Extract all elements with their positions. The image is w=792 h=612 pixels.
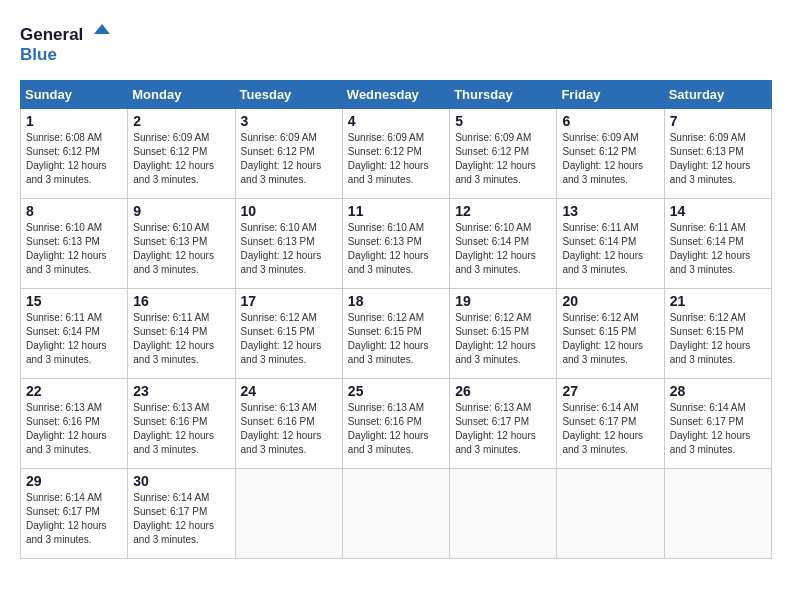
weekday-header-sunday: Sunday <box>21 81 128 109</box>
logo-svg: General Blue <box>20 20 110 70</box>
calendar-cell: 4 Sunrise: 6:09 AM Sunset: 6:12 PM Dayli… <box>342 109 449 199</box>
sunrise-label: Sunrise: 6:10 AM <box>348 222 424 233</box>
daylight-label: Daylight: 12 hours <box>455 430 536 441</box>
calendar-cell: 20 Sunrise: 6:12 AM Sunset: 6:15 PM Dayl… <box>557 289 664 379</box>
sunset-label: Sunset: 6:15 PM <box>455 326 529 337</box>
daylight-label: Daylight: 12 hours <box>133 160 214 171</box>
calendar-cell: 25 Sunrise: 6:13 AM Sunset: 6:16 PM Dayl… <box>342 379 449 469</box>
sunset-label: Sunset: 6:14 PM <box>455 236 529 247</box>
day-number: 8 <box>26 203 122 219</box>
daylight-label: Daylight: 12 hours <box>26 250 107 261</box>
day-number: 1 <box>26 113 122 129</box>
sunrise-label: Sunrise: 6:11 AM <box>670 222 746 233</box>
sunrise-label: Sunrise: 6:09 AM <box>348 132 424 143</box>
day-number: 16 <box>133 293 229 309</box>
sunset-label: Sunset: 6:13 PM <box>133 236 207 247</box>
daylight-label: Daylight: 12 hours <box>670 430 751 441</box>
day-number: 22 <box>26 383 122 399</box>
daylight-cont: and 3 minutes. <box>670 444 736 455</box>
day-info: Sunrise: 6:09 AM Sunset: 6:13 PM Dayligh… <box>670 131 766 187</box>
calendar-table: SundayMondayTuesdayWednesdayThursdayFrid… <box>20 80 772 559</box>
sunset-label: Sunset: 6:12 PM <box>562 146 636 157</box>
sunrise-label: Sunrise: 6:12 AM <box>562 312 638 323</box>
sunrise-label: Sunrise: 6:11 AM <box>562 222 638 233</box>
sunrise-label: Sunrise: 6:09 AM <box>133 132 209 143</box>
daylight-label: Daylight: 12 hours <box>670 160 751 171</box>
sunset-label: Sunset: 6:16 PM <box>241 416 315 427</box>
daylight-cont: and 3 minutes. <box>133 444 199 455</box>
daylight-cont: and 3 minutes. <box>348 174 414 185</box>
svg-marker-1 <box>94 24 110 34</box>
daylight-label: Daylight: 12 hours <box>455 250 536 261</box>
sunset-label: Sunset: 6:15 PM <box>670 326 744 337</box>
sunset-label: Sunset: 6:12 PM <box>455 146 529 157</box>
daylight-label: Daylight: 12 hours <box>26 430 107 441</box>
calendar-cell: 10 Sunrise: 6:10 AM Sunset: 6:13 PM Dayl… <box>235 199 342 289</box>
daylight-cont: and 3 minutes. <box>562 174 628 185</box>
daylight-label: Daylight: 12 hours <box>562 340 643 351</box>
day-number: 28 <box>670 383 766 399</box>
sunset-label: Sunset: 6:13 PM <box>26 236 100 247</box>
weekday-header-tuesday: Tuesday <box>235 81 342 109</box>
day-info: Sunrise: 6:13 AM Sunset: 6:16 PM Dayligh… <box>348 401 444 457</box>
calendar-cell: 24 Sunrise: 6:13 AM Sunset: 6:16 PM Dayl… <box>235 379 342 469</box>
day-number: 19 <box>455 293 551 309</box>
weekday-header-wednesday: Wednesday <box>342 81 449 109</box>
sunset-label: Sunset: 6:15 PM <box>348 326 422 337</box>
day-number: 17 <box>241 293 337 309</box>
calendar-cell: 8 Sunrise: 6:10 AM Sunset: 6:13 PM Dayli… <box>21 199 128 289</box>
calendar-cell: 11 Sunrise: 6:10 AM Sunset: 6:13 PM Dayl… <box>342 199 449 289</box>
daylight-cont: and 3 minutes. <box>348 444 414 455</box>
sunset-label: Sunset: 6:17 PM <box>133 506 207 517</box>
day-info: Sunrise: 6:09 AM Sunset: 6:12 PM Dayligh… <box>348 131 444 187</box>
calendar-cell: 5 Sunrise: 6:09 AM Sunset: 6:12 PM Dayli… <box>450 109 557 199</box>
calendar-cell: 2 Sunrise: 6:09 AM Sunset: 6:12 PM Dayli… <box>128 109 235 199</box>
day-info: Sunrise: 6:09 AM Sunset: 6:12 PM Dayligh… <box>241 131 337 187</box>
day-info: Sunrise: 6:12 AM Sunset: 6:15 PM Dayligh… <box>348 311 444 367</box>
svg-text:General: General <box>20 25 83 44</box>
calendar-cell <box>664 469 771 559</box>
day-number: 26 <box>455 383 551 399</box>
daylight-label: Daylight: 12 hours <box>26 520 107 531</box>
daylight-label: Daylight: 12 hours <box>670 340 751 351</box>
day-number: 24 <box>241 383 337 399</box>
sunset-label: Sunset: 6:15 PM <box>562 326 636 337</box>
sunrise-label: Sunrise: 6:13 AM <box>26 402 102 413</box>
daylight-cont: and 3 minutes. <box>455 174 521 185</box>
sunrise-label: Sunrise: 6:10 AM <box>26 222 102 233</box>
day-number: 30 <box>133 473 229 489</box>
sunrise-label: Sunrise: 6:09 AM <box>562 132 638 143</box>
daylight-label: Daylight: 12 hours <box>241 430 322 441</box>
calendar-cell: 21 Sunrise: 6:12 AM Sunset: 6:15 PM Dayl… <box>664 289 771 379</box>
day-number: 6 <box>562 113 658 129</box>
day-number: 29 <box>26 473 122 489</box>
daylight-label: Daylight: 12 hours <box>241 160 322 171</box>
day-info: Sunrise: 6:09 AM Sunset: 6:12 PM Dayligh… <box>133 131 229 187</box>
day-info: Sunrise: 6:12 AM Sunset: 6:15 PM Dayligh… <box>670 311 766 367</box>
day-info: Sunrise: 6:14 AM Sunset: 6:17 PM Dayligh… <box>133 491 229 547</box>
sunset-label: Sunset: 6:13 PM <box>348 236 422 247</box>
sunrise-label: Sunrise: 6:10 AM <box>455 222 531 233</box>
day-info: Sunrise: 6:10 AM Sunset: 6:13 PM Dayligh… <box>26 221 122 277</box>
day-info: Sunrise: 6:10 AM Sunset: 6:13 PM Dayligh… <box>133 221 229 277</box>
sunset-label: Sunset: 6:17 PM <box>455 416 529 427</box>
sunrise-label: Sunrise: 6:13 AM <box>133 402 209 413</box>
daylight-label: Daylight: 12 hours <box>26 160 107 171</box>
svg-text:Blue: Blue <box>20 45 57 64</box>
daylight-cont: and 3 minutes. <box>26 534 92 545</box>
day-number: 21 <box>670 293 766 309</box>
sunset-label: Sunset: 6:17 PM <box>562 416 636 427</box>
calendar-cell: 29 Sunrise: 6:14 AM Sunset: 6:17 PM Dayl… <box>21 469 128 559</box>
day-number: 20 <box>562 293 658 309</box>
sunrise-label: Sunrise: 6:14 AM <box>26 492 102 503</box>
calendar-cell: 1 Sunrise: 6:08 AM Sunset: 6:12 PM Dayli… <box>21 109 128 199</box>
calendar-cell: 15 Sunrise: 6:11 AM Sunset: 6:14 PM Dayl… <box>21 289 128 379</box>
sunrise-label: Sunrise: 6:09 AM <box>670 132 746 143</box>
sunrise-label: Sunrise: 6:11 AM <box>26 312 102 323</box>
daylight-label: Daylight: 12 hours <box>562 430 643 441</box>
calendar-cell: 9 Sunrise: 6:10 AM Sunset: 6:13 PM Dayli… <box>128 199 235 289</box>
day-number: 25 <box>348 383 444 399</box>
daylight-label: Daylight: 12 hours <box>133 430 214 441</box>
daylight-cont: and 3 minutes. <box>348 264 414 275</box>
sunrise-label: Sunrise: 6:10 AM <box>133 222 209 233</box>
